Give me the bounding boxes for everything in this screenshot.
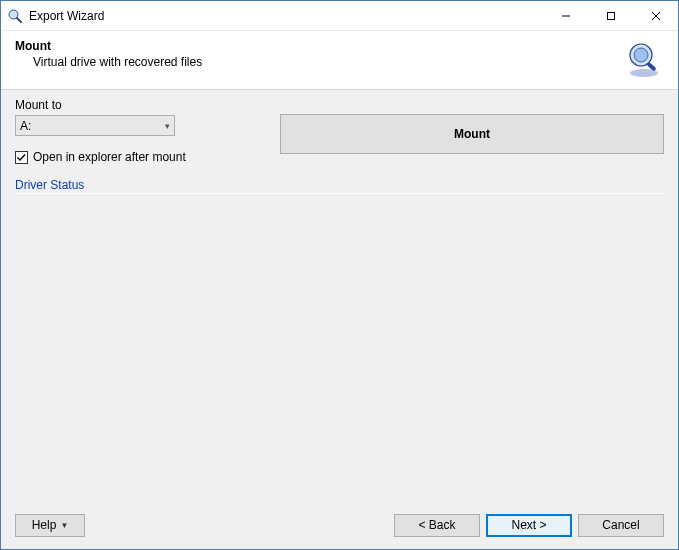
open-in-explorer-row[interactable]: Open in explorer after mount — [15, 150, 260, 164]
open-in-explorer-checkbox[interactable] — [15, 151, 28, 164]
close-button[interactable] — [633, 1, 678, 30]
mount-to-label: Mount to — [15, 98, 260, 112]
svg-line-1 — [17, 18, 21, 22]
export-wizard-window: Export Wizard Mount Virtual drive with r… — [0, 0, 679, 550]
window-title: Export Wizard — [29, 9, 543, 23]
header-title: Mount — [15, 39, 624, 53]
mount-to-value: A: — [20, 119, 31, 133]
wizard-header: Mount Virtual drive with recovered files — [1, 31, 678, 90]
svg-rect-3 — [607, 12, 614, 19]
svg-point-8 — [634, 48, 648, 62]
back-button[interactable]: < Back — [394, 514, 480, 537]
window-controls — [543, 1, 678, 30]
header-subtitle: Virtual drive with recovered files — [15, 55, 624, 69]
titlebar: Export Wizard — [1, 1, 678, 31]
next-button[interactable]: Next > — [486, 514, 572, 537]
chevron-down-icon: ▾ — [165, 121, 170, 131]
divider — [15, 193, 664, 194]
driver-status-link[interactable]: Driver Status — [15, 178, 664, 192]
dropdown-arrow-icon: ▼ — [60, 521, 68, 530]
magnifier-icon — [624, 39, 664, 79]
maximize-button[interactable] — [588, 1, 633, 30]
wizard-body: Mount to A: ▾ Open in explorer after mou… — [1, 90, 678, 501]
minimize-button[interactable] — [543, 1, 588, 30]
mount-button[interactable]: Mount — [280, 114, 664, 154]
open-in-explorer-label: Open in explorer after mount — [33, 150, 186, 164]
cancel-button[interactable]: Cancel — [578, 514, 664, 537]
help-button[interactable]: Help ▼ — [15, 514, 85, 537]
app-icon — [7, 8, 23, 24]
mount-to-dropdown[interactable]: A: ▾ — [15, 115, 175, 136]
wizard-footer: Help ▼ < Back Next > Cancel — [1, 501, 678, 549]
